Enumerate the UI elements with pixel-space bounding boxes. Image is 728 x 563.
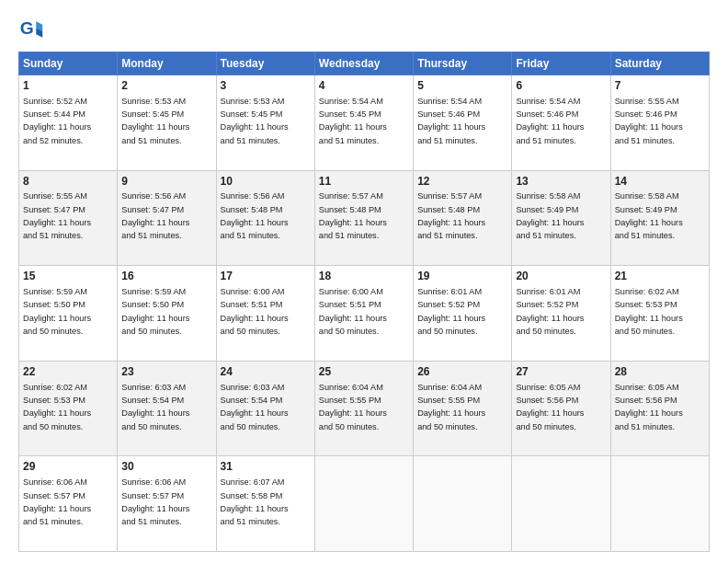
day-cell: 12Sunrise: 5:57 AM Sunset: 5:48 PM Dayli… <box>414 170 512 266</box>
day-cell <box>314 456 413 552</box>
day-cell: 27Sunrise: 6:05 AM Sunset: 5:56 PM Dayli… <box>512 361 610 456</box>
day-number: 10 <box>221 174 311 190</box>
day-number: 8 <box>23 174 113 190</box>
logo-icon: G <box>18 17 44 42</box>
day-info: Sunrise: 6:06 AM Sunset: 5:57 PM Dayligh… <box>23 477 91 526</box>
weekday-sunday: Sunday <box>19 52 118 75</box>
day-number: 26 <box>417 364 507 380</box>
day-info: Sunrise: 5:59 AM Sunset: 5:50 PM Dayligh… <box>121 287 189 336</box>
day-cell <box>610 456 709 552</box>
day-cell: 5Sunrise: 5:54 AM Sunset: 5:46 PM Daylig… <box>414 75 512 171</box>
day-info: Sunrise: 6:01 AM Sunset: 5:52 PM Dayligh… <box>516 287 584 336</box>
day-cell: 8Sunrise: 5:55 AM Sunset: 5:47 PM Daylig… <box>19 170 118 266</box>
day-info: Sunrise: 6:00 AM Sunset: 5:51 PM Dayligh… <box>319 287 387 336</box>
day-info: Sunrise: 6:00 AM Sunset: 5:51 PM Dayligh… <box>221 287 289 336</box>
day-cell: 26Sunrise: 6:04 AM Sunset: 5:55 PM Dayli… <box>414 361 512 456</box>
day-cell: 15Sunrise: 5:59 AM Sunset: 5:50 PM Dayli… <box>19 266 118 362</box>
day-cell: 3Sunrise: 5:53 AM Sunset: 5:45 PM Daylig… <box>216 75 314 171</box>
day-cell: 2Sunrise: 5:53 AM Sunset: 5:45 PM Daylig… <box>118 75 216 171</box>
day-info: Sunrise: 6:03 AM Sunset: 5:54 PM Dayligh… <box>221 383 289 431</box>
calendar-body: 1Sunrise: 5:52 AM Sunset: 5:44 PM Daylig… <box>19 75 710 552</box>
day-number: 29 <box>23 459 113 475</box>
day-info: Sunrise: 6:01 AM Sunset: 5:52 PM Dayligh… <box>417 287 485 336</box>
day-cell: 4Sunrise: 5:54 AM Sunset: 5:45 PM Daylig… <box>314 75 413 171</box>
day-number: 9 <box>121 174 211 190</box>
svg-text:G: G <box>20 18 34 38</box>
day-number: 27 <box>516 364 606 380</box>
day-number: 4 <box>319 78 409 94</box>
day-cell: 6Sunrise: 5:54 AM Sunset: 5:46 PM Daylig… <box>512 75 610 171</box>
day-number: 25 <box>319 364 409 380</box>
day-cell: 9Sunrise: 5:56 AM Sunset: 5:47 PM Daylig… <box>118 170 216 266</box>
day-number: 24 <box>221 364 311 380</box>
day-number: 28 <box>615 364 705 380</box>
week-row-4: 29Sunrise: 6:06 AM Sunset: 5:57 PM Dayli… <box>19 456 710 552</box>
weekday-header-row: SundayMondayTuesdayWednesdayThursdayFrid… <box>19 52 710 75</box>
day-info: Sunrise: 5:57 AM Sunset: 5:48 PM Dayligh… <box>417 191 485 240</box>
day-info: Sunrise: 5:53 AM Sunset: 5:45 PM Dayligh… <box>121 97 189 145</box>
day-number: 20 <box>516 269 606 284</box>
day-info: Sunrise: 5:58 AM Sunset: 5:49 PM Dayligh… <box>615 191 683 240</box>
week-row-1: 8Sunrise: 5:55 AM Sunset: 5:47 PM Daylig… <box>19 170 710 266</box>
calendar-header: SundayMondayTuesdayWednesdayThursdayFrid… <box>19 52 710 75</box>
day-cell: 24Sunrise: 6:03 AM Sunset: 5:54 PM Dayli… <box>216 361 314 456</box>
day-cell: 28Sunrise: 6:05 AM Sunset: 5:56 PM Dayli… <box>610 361 709 456</box>
day-info: Sunrise: 5:56 AM Sunset: 5:48 PM Dayligh… <box>221 191 289 240</box>
day-number: 11 <box>319 174 409 190</box>
day-cell: 23Sunrise: 6:03 AM Sunset: 5:54 PM Dayli… <box>118 361 216 456</box>
day-number: 18 <box>319 269 409 284</box>
day-number: 3 <box>221 78 311 94</box>
day-number: 31 <box>221 459 311 475</box>
day-cell: 19Sunrise: 6:01 AM Sunset: 5:52 PM Dayli… <box>414 266 512 362</box>
day-cell: 11Sunrise: 5:57 AM Sunset: 5:48 PM Dayli… <box>314 170 413 266</box>
weekday-friday: Friday <box>512 52 610 75</box>
day-number: 7 <box>615 78 705 94</box>
weekday-thursday: Thursday <box>414 52 512 75</box>
day-cell: 1Sunrise: 5:52 AM Sunset: 5:44 PM Daylig… <box>19 75 118 171</box>
day-number: 13 <box>516 174 606 190</box>
day-number: 19 <box>417 269 507 284</box>
day-cell: 10Sunrise: 5:56 AM Sunset: 5:48 PM Dayli… <box>216 170 314 266</box>
day-number: 5 <box>417 78 507 94</box>
day-number: 17 <box>221 269 311 284</box>
day-info: Sunrise: 6:03 AM Sunset: 5:54 PM Dayligh… <box>121 383 189 431</box>
day-info: Sunrise: 5:52 AM Sunset: 5:44 PM Dayligh… <box>23 97 91 145</box>
day-cell: 13Sunrise: 5:58 AM Sunset: 5:49 PM Dayli… <box>512 170 610 266</box>
day-info: Sunrise: 5:57 AM Sunset: 5:48 PM Dayligh… <box>319 191 387 240</box>
week-row-3: 22Sunrise: 6:02 AM Sunset: 5:53 PM Dayli… <box>19 361 710 456</box>
day-number: 15 <box>23 269 113 284</box>
day-number: 23 <box>121 364 211 380</box>
day-cell <box>414 456 512 552</box>
page: G SundayMondayTuesdayWednesdayThursdayFr… <box>0 0 728 563</box>
day-number: 22 <box>23 364 113 380</box>
week-row-0: 1Sunrise: 5:52 AM Sunset: 5:44 PM Daylig… <box>19 75 710 171</box>
day-number: 1 <box>23 78 113 94</box>
day-info: Sunrise: 6:02 AM Sunset: 5:53 PM Dayligh… <box>615 287 683 336</box>
day-number: 16 <box>121 269 211 284</box>
day-info: Sunrise: 5:59 AM Sunset: 5:50 PM Dayligh… <box>23 287 91 336</box>
day-number: 12 <box>417 174 507 190</box>
day-cell: 7Sunrise: 5:55 AM Sunset: 5:46 PM Daylig… <box>610 75 709 171</box>
day-info: Sunrise: 6:02 AM Sunset: 5:53 PM Dayligh… <box>23 383 91 431</box>
day-number: 6 <box>516 78 606 94</box>
weekday-saturday: Saturday <box>610 52 709 75</box>
weekday-wednesday: Wednesday <box>314 52 413 75</box>
day-info: Sunrise: 6:04 AM Sunset: 5:55 PM Dayligh… <box>417 383 485 431</box>
day-cell: 31Sunrise: 6:07 AM Sunset: 5:58 PM Dayli… <box>216 456 314 552</box>
day-info: Sunrise: 6:05 AM Sunset: 5:56 PM Dayligh… <box>615 383 683 431</box>
day-info: Sunrise: 6:04 AM Sunset: 5:55 PM Dayligh… <box>319 383 387 431</box>
day-cell: 29Sunrise: 6:06 AM Sunset: 5:57 PM Dayli… <box>19 456 118 552</box>
week-row-2: 15Sunrise: 5:59 AM Sunset: 5:50 PM Dayli… <box>19 266 710 362</box>
day-cell: 16Sunrise: 5:59 AM Sunset: 5:50 PM Dayli… <box>118 266 216 362</box>
day-cell: 14Sunrise: 5:58 AM Sunset: 5:49 PM Dayli… <box>610 170 709 266</box>
day-info: Sunrise: 5:58 AM Sunset: 5:49 PM Dayligh… <box>516 191 584 240</box>
day-cell: 25Sunrise: 6:04 AM Sunset: 5:55 PM Dayli… <box>314 361 413 456</box>
day-info: Sunrise: 5:55 AM Sunset: 5:47 PM Dayligh… <box>23 191 91 240</box>
logo: G <box>18 17 48 42</box>
calendar: SundayMondayTuesdayWednesdayThursdayFrid… <box>18 52 710 552</box>
day-number: 30 <box>121 459 211 475</box>
day-info: Sunrise: 5:54 AM Sunset: 5:46 PM Dayligh… <box>417 97 485 145</box>
day-info: Sunrise: 5:55 AM Sunset: 5:46 PM Dayligh… <box>615 97 683 145</box>
day-cell: 22Sunrise: 6:02 AM Sunset: 5:53 PM Dayli… <box>19 361 118 456</box>
day-number: 14 <box>615 174 705 190</box>
